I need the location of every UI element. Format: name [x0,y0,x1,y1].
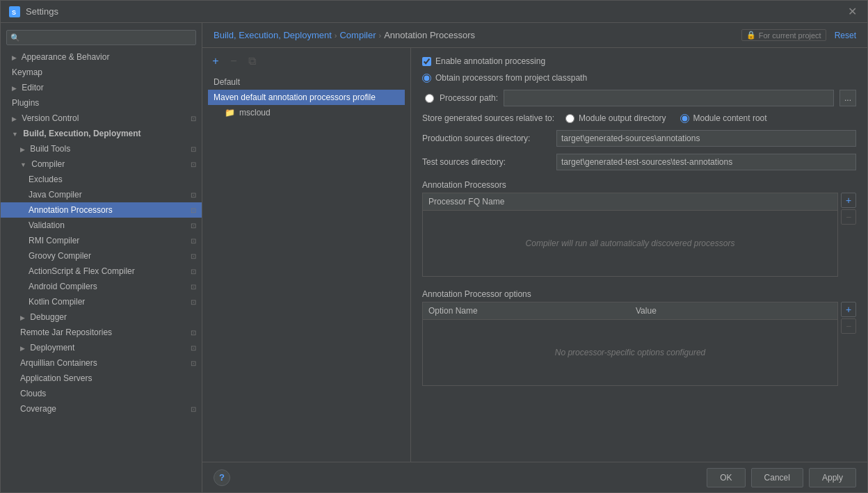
breadcrumb-current: Annotation Processors [384,30,475,40]
add-profile-button[interactable]: + [208,54,223,69]
sidebar-item-android-compilers[interactable]: Android Compilers ⊡ [1,279,202,294]
breadcrumb-sep2: › [379,31,382,40]
annotation-processor-options-table-wrapper: Option Name Value No processor-specific … [422,302,838,386]
sidebar-item-label: ▼ Build, Execution, Deployment [12,129,141,138]
sidebar-item-deployment[interactable]: ▶ Deployment ⊡ [1,340,202,355]
sidebar-item-compiler[interactable]: ▼ Compiler ⊡ [1,156,202,172]
copy-icon: ⊡ [191,405,196,413]
copy-icon: ⊡ [191,359,196,367]
sidebar-item-editor[interactable]: ▶ Editor [1,80,202,95]
sidebar-item-build-tools[interactable]: ▶ Build Tools ⊡ [1,141,202,156]
breadcrumb-build[interactable]: Build, Execution, Deployment [214,30,332,40]
ok-button[interactable]: OK [707,468,745,487]
title-bar: S Settings ✕ [1,1,867,23]
obtain-from-classpath-label: Obtain processors from project classpath [435,73,587,83]
expand-icon: ▼ [12,131,18,138]
close-button[interactable]: ✕ [845,5,859,19]
apply-button[interactable]: Apply [809,468,856,487]
sidebar-item-label: ▶ Deployment [20,343,74,353]
profiles-panel: + − ⧉ Default Maven default annotation p… [202,48,411,462]
profiles-toolbar: + − ⧉ [208,54,405,69]
sidebar-item-build-exec-deploy[interactable]: ▼ Build, Execution, Deployment [1,126,202,141]
sidebar-item-arquillian[interactable]: Arquillian Containers ⊡ [1,355,202,371]
enable-annotation-processing-checkbox[interactable] [422,57,431,66]
remove-profile-button[interactable]: − [226,54,241,69]
enable-annotation-processing-label: Enable annotation processing [435,56,545,66]
sidebar-item-keymap[interactable]: Keymap [1,65,202,80]
processor-path-label: Processor path: [440,93,498,103]
help-button[interactable]: ? [214,469,230,486]
profile-list: Default Maven default annotation process… [208,74,405,456]
annotation-processor-options-title: Annotation Processor options [422,289,856,299]
folder-icon: 📁 [225,108,235,118]
sidebar-item-appearance[interactable]: ▶ Appearance & Behavior [1,49,202,65]
copy-icon: ⊡ [191,145,196,153]
sidebar-item-excludes[interactable]: Excludes [1,172,202,187]
sidebar-item-application-servers[interactable]: Application Servers [1,371,202,386]
copy-icon: ⊡ [191,298,196,306]
breadcrumb: Build, Execution, Deployment › Compiler … [214,30,475,40]
cancel-button[interactable]: Cancel [751,468,803,487]
add-option-button[interactable]: + [841,302,856,317]
breadcrumb-compiler[interactable]: Compiler [339,30,376,40]
search-input[interactable] [6,30,196,45]
profile-item-default[interactable]: Default [208,74,405,90]
dialog-title: Settings [26,6,58,17]
module-output-radio[interactable] [565,114,574,123]
copy-profile-button[interactable]: ⧉ [244,54,259,69]
project-badge: 🔒 For current project [741,29,826,41]
sidebar-item-annotation-processors[interactable]: Annotation Processors ⊡ [1,202,202,218]
production-sources-input[interactable] [556,130,856,147]
sidebar-item-java-compiler[interactable]: Java Compiler ⊡ [1,187,202,202]
sidebar-item-clouds[interactable]: Clouds [1,386,202,401]
test-sources-input[interactable] [556,154,856,170]
sidebar-item-validation[interactable]: Validation ⊡ [1,218,202,233]
settings-panel: Enable annotation processing Obtain proc… [411,48,867,462]
sidebar-item-label: Groovy Compiler [29,251,91,261]
processor-path-browse-button[interactable]: ... [839,90,856,106]
search-box: 🔍 [6,30,196,45]
sidebar-item-debugger[interactable]: ▶ Debugger [1,309,202,325]
module-content-root-radio[interactable] [680,114,689,123]
processor-path-radio[interactable] [425,94,434,103]
sidebar-item-label: RMI Compiler [29,236,79,245]
sidebar-item-actionscript-flex[interactable]: ActionScript & Flex Compiler ⊡ [1,264,202,279]
sidebar-item-version-control[interactable]: ▶ Version Control ⊡ [1,111,202,126]
sidebar-item-label: ▶ Build Tools [20,144,70,154]
sidebar-item-groovy-compiler[interactable]: Groovy Compiler ⊡ [1,248,202,264]
reset-button[interactable]: Reset [835,31,856,40]
obtain-from-classpath-radio[interactable] [422,74,431,83]
copy-icon: ⊡ [191,268,196,275]
title-bar-left: S Settings [9,6,58,17]
processor-path-row: Processor path: ... [425,90,856,106]
copy-icon: ⊡ [191,222,196,229]
search-icon: 🔍 [10,33,20,42]
store-sources-label: Store generated sources relative to: [422,113,554,123]
sidebar-item-label: Validation [29,220,65,230]
module-output-radio-row: Module output directory [565,113,668,123]
sidebar-item-remote-jar[interactable]: Remote Jar Repositories ⊡ [1,325,202,340]
sidebar-item-coverage[interactable]: Coverage ⊡ [1,401,202,417]
sidebar-item-kotlin-compiler[interactable]: Kotlin Compiler ⊡ [1,294,202,309]
remove-option-button[interactable]: − [841,318,856,334]
profile-item-maven-default[interactable]: Maven default annotation processors prof… [208,90,405,105]
enable-annotation-processing-row: Enable annotation processing [422,56,856,66]
sidebar-item-label: Arquillian Containers [20,358,97,368]
bottom-bar: ? OK Cancel Apply [202,462,867,492]
sidebar-item-label: Plugins [12,98,39,108]
settings-dialog: S Settings ✕ 🔍 ▶ Appearance & Behavior [0,0,868,493]
processor-path-input[interactable] [504,90,834,106]
project-badge-label: For current project [759,31,821,40]
add-processor-button[interactable]: + [841,193,856,208]
processor-fq-name-col-header: Processor FQ Name [423,193,837,211]
sidebar-item-label: ▶ Appearance & Behavior [12,52,109,62]
sidebar-item-rmi-compiler[interactable]: RMI Compiler ⊡ [1,233,202,248]
sidebar-item-plugins[interactable]: Plugins [1,95,202,111]
copy-icon: ⊡ [191,237,196,245]
sidebar-item-label: Excludes [29,175,63,184]
expand-icon: ▼ [20,161,26,168]
profile-item-mscloud[interactable]: 📁 mscloud [208,105,405,120]
breadcrumb-sep1: › [335,31,337,40]
copy-icon: ⊡ [191,115,196,122]
remove-processor-button[interactable]: − [841,209,856,225]
